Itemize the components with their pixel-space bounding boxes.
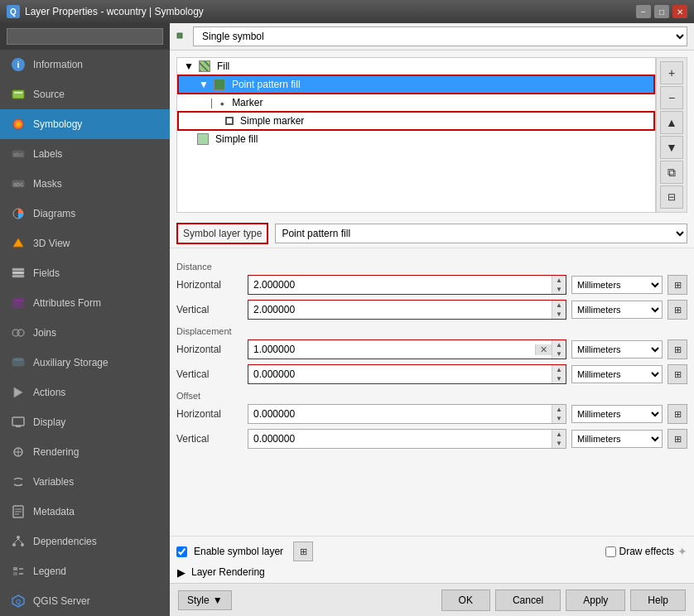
- sidebar-item-auxiliary-storage[interactable]: Auxiliary Storage: [0, 348, 170, 378]
- fill-icon: [199, 60, 210, 72]
- symbol-layer-type-select[interactable]: Point pattern fill: [275, 224, 687, 243]
- tree-row-point-pattern-fill[interactable]: ▼ Point pattern fill: [177, 75, 655, 94]
- displacement-horizontal-clear-button[interactable]: ✕: [535, 344, 552, 355]
- tree-row-simple-fill[interactable]: Simple fill: [177, 131, 655, 147]
- tree-up-button[interactable]: ▲: [660, 111, 683, 134]
- displacement-horizontal-unit[interactable]: MillimetersPixels: [571, 340, 663, 359]
- simple-fill-icon: [197, 133, 209, 145]
- sidebar-item-joins[interactable]: Joins: [0, 318, 170, 348]
- offset-vertical-label: Vertical: [176, 433, 243, 445]
- distance-horizontal-expr-button[interactable]: ⊞: [667, 275, 687, 295]
- displacement-vertical-input[interactable]: [248, 366, 552, 383]
- draw-effects-label: Draw effects: [619, 546, 674, 557]
- marker-label: Marker: [232, 97, 263, 108]
- sidebar-label-3dview: 3D View: [33, 238, 70, 249]
- displacement-vertical-unit[interactable]: MillimetersPixels: [571, 365, 663, 383]
- offset-horizontal-spinner: ▲ ▼: [552, 405, 566, 423]
- distance-vertical-up[interactable]: ▲: [552, 301, 566, 310]
- sidebar-item-3dview[interactable]: 3D View: [0, 229, 170, 258]
- sidebar-item-dependencies[interactable]: Dependencies: [0, 527, 170, 556]
- tree-row-simple-marker[interactable]: Simple marker: [177, 111, 655, 131]
- offset-vertical-down[interactable]: ▼: [552, 439, 566, 448]
- draw-effects-checkbox[interactable]: [605, 546, 616, 557]
- fields-icon: [10, 265, 27, 282]
- offset-horizontal-row: Horizontal ▲ ▼ MillimetersPixels ⊞: [176, 404, 687, 424]
- cancel-button[interactable]: Cancel: [495, 590, 561, 611]
- sidebar-item-attributes-form[interactable]: Attributes Form: [0, 288, 170, 318]
- sidebar-label-labels: Labels: [33, 148, 62, 160]
- sidebar-item-qgisserver[interactable]: Q QGIS Server: [0, 586, 170, 616]
- displacement-horizontal-up[interactable]: ▲: [552, 340, 566, 349]
- sidebar-item-labels[interactable]: abc Labels: [0, 139, 170, 169]
- tree-add-button[interactable]: +: [660, 61, 683, 84]
- layer-rendering-toggle[interactable]: ▶: [176, 567, 186, 577]
- tree-duplicate-button[interactable]: ⧉: [660, 161, 683, 184]
- distance-vertical-input-container: ▲ ▼: [248, 300, 566, 320]
- displacement-vertical-down[interactable]: ▼: [552, 374, 566, 383]
- style-button[interactable]: Style ▼: [178, 590, 232, 610]
- sidebar-item-masks[interactable]: abc Masks: [0, 169, 170, 199]
- close-button[interactable]: ✕: [672, 5, 687, 18]
- sidebar-item-metadata[interactable]: Metadata: [0, 497, 170, 527]
- tree-row-fill[interactable]: ▼ Fill: [177, 58, 655, 75]
- distance-horizontal-input[interactable]: [248, 277, 552, 293]
- offset-horizontal-down[interactable]: ▼: [552, 414, 566, 423]
- displacement-vertical-spinner: ▲ ▼: [552, 365, 566, 383]
- sidebar-item-source[interactable]: Source: [0, 79, 170, 109]
- minimize-button[interactable]: −: [636, 5, 651, 18]
- svg-marker-20: [14, 387, 22, 397]
- offset-horizontal-up[interactable]: ▲: [552, 405, 566, 414]
- offset-vertical-expr-button[interactable]: ⊞: [667, 429, 687, 449]
- point-pattern-label: Point pattern fill: [232, 79, 301, 90]
- window-controls[interactable]: − □ ✕: [636, 5, 687, 18]
- sidebar-item-information[interactable]: i Information: [0, 50, 170, 79]
- displacement-vertical-up[interactable]: ▲: [552, 365, 566, 374]
- layer-rendering-row[interactable]: ▶ Layer Rendering: [176, 566, 687, 578]
- properties-area: Distance Horizontal ▲ ▼ MillimetersPixel…: [170, 248, 694, 536]
- sidebar-search-input[interactable]: [7, 28, 163, 45]
- offset-vertical-up[interactable]: ▲: [552, 430, 566, 439]
- sidebar-label-rendering: Rendering: [33, 446, 79, 458]
- displacement-vertical-expr-button[interactable]: ⊞: [667, 364, 687, 384]
- offset-vertical-spinner: ▲ ▼: [552, 430, 566, 448]
- sidebar-search-box[interactable]: [0, 23, 170, 50]
- distance-horizontal-up[interactable]: ▲: [552, 276, 566, 285]
- sidebar-label-fields: Fields: [33, 267, 60, 279]
- maximize-button[interactable]: □: [654, 5, 669, 18]
- enable-layer-expr-button[interactable]: ⊞: [293, 541, 313, 561]
- tree-row-marker[interactable]: | ⬥ Marker: [177, 94, 655, 111]
- sidebar-item-legend[interactable]: Legend: [0, 556, 170, 586]
- render-type-select[interactable]: Single symbol Categorized Graduated Rule…: [193, 26, 687, 46]
- distance-vertical-unit[interactable]: MillimetersPixels: [571, 301, 663, 319]
- enable-symbol-layer-checkbox[interactable]: [176, 546, 187, 557]
- sidebar-item-actions[interactable]: Actions: [0, 378, 170, 407]
- sidebar-item-fields[interactable]: Fields: [0, 258, 170, 288]
- tree-remove-button[interactable]: −: [660, 86, 683, 109]
- offset-horizontal-unit[interactable]: MillimetersPixels: [571, 405, 663, 423]
- displacement-horizontal-down[interactable]: ▼: [552, 349, 566, 359]
- distance-vertical-down[interactable]: ▼: [552, 310, 566, 319]
- displacement-horizontal-input[interactable]: [248, 341, 535, 358]
- offset-horizontal-input[interactable]: [248, 406, 552, 422]
- distance-vertical-expr-button[interactable]: ⊞: [667, 300, 687, 320]
- distance-vertical-spinner: ▲ ▼: [552, 301, 566, 319]
- help-button[interactable]: Help: [630, 590, 686, 611]
- tree-collapse-button[interactable]: ⊟: [660, 185, 683, 209]
- ok-button[interactable]: OK: [441, 590, 490, 611]
- displacement-horizontal-expr-button[interactable]: ⊞: [667, 339, 687, 359]
- sidebar-item-rendering[interactable]: Rendering: [0, 437, 170, 467]
- sidebar-item-variables[interactable]: Variables: [0, 467, 170, 497]
- sidebar-item-diagrams[interactable]: Diagrams: [0, 199, 170, 229]
- offset-vertical-unit[interactable]: MillimetersPixels: [571, 430, 663, 448]
- tree-down-button[interactable]: ▼: [660, 136, 683, 159]
- distance-vertical-input[interactable]: [248, 301, 552, 318]
- distance-horizontal-down[interactable]: ▼: [552, 285, 566, 294]
- distance-horizontal-unit[interactable]: MillimetersPixelsPoints: [571, 276, 663, 294]
- offset-horizontal-input-container: ▲ ▼: [248, 404, 566, 424]
- offset-vertical-input[interactable]: [248, 431, 552, 447]
- sidebar-item-display[interactable]: Display: [0, 407, 170, 437]
- apply-button[interactable]: Apply: [566, 590, 625, 611]
- offset-horizontal-expr-button[interactable]: ⊞: [667, 404, 687, 424]
- sidebar-item-symbology[interactable]: Symbology: [0, 109, 170, 139]
- svg-point-19: [12, 358, 24, 361]
